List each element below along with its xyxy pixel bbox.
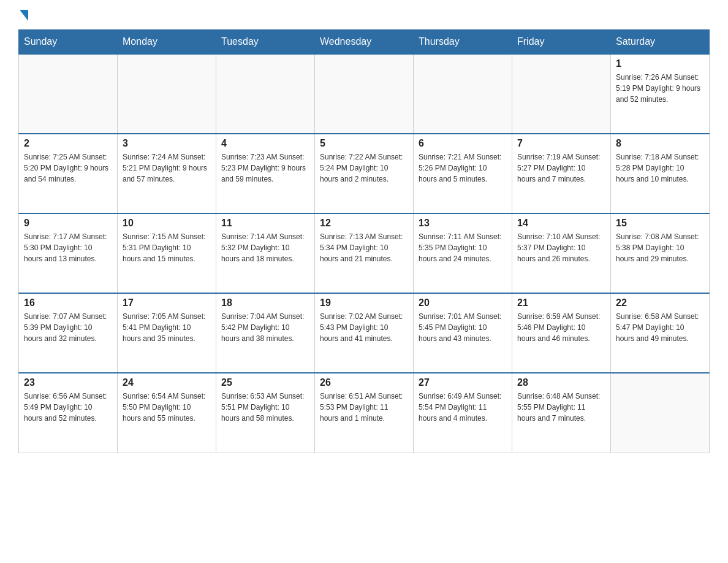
calendar-cell: 11Sunrise: 7:14 AM Sunset: 5:32 PM Dayli… [216, 213, 315, 293]
day-info: Sunrise: 7:08 AM Sunset: 5:38 PM Dayligh… [616, 231, 704, 264]
day-info: Sunrise: 7:01 AM Sunset: 5:45 PM Dayligh… [419, 311, 507, 344]
day-info: Sunrise: 7:22 AM Sunset: 5:24 PM Dayligh… [320, 151, 408, 185]
day-number: 27 [419, 377, 507, 388]
calendar-cell [315, 54, 414, 134]
calendar-week-row: 23Sunrise: 6:56 AM Sunset: 5:49 PM Dayli… [19, 373, 710, 453]
day-info: Sunrise: 7:26 AM Sunset: 5:19 PM Dayligh… [616, 72, 704, 105]
calendar-cell: 10Sunrise: 7:15 AM Sunset: 5:31 PM Dayli… [118, 213, 216, 293]
day-number: 1 [616, 58, 704, 69]
day-info: Sunrise: 6:49 AM Sunset: 5:54 PM Dayligh… [419, 391, 507, 424]
day-number: 18 [221, 297, 309, 308]
day-number: 3 [123, 138, 211, 149]
day-of-week-header: Saturday [611, 30, 710, 55]
day-number: 11 [221, 218, 309, 229]
day-of-week-header: Wednesday [315, 30, 414, 55]
day-info: Sunrise: 7:17 AM Sunset: 5:30 PM Dayligh… [24, 231, 112, 264]
day-info: Sunrise: 6:51 AM Sunset: 5:53 PM Dayligh… [320, 391, 408, 424]
calendar-cell: 19Sunrise: 7:02 AM Sunset: 5:43 PM Dayli… [315, 293, 414, 373]
day-number: 9 [24, 218, 112, 229]
day-info: Sunrise: 7:11 AM Sunset: 5:35 PM Dayligh… [419, 231, 507, 264]
day-number: 6 [419, 138, 507, 149]
day-info: Sunrise: 6:58 AM Sunset: 5:47 PM Dayligh… [616, 311, 704, 344]
day-number: 10 [123, 218, 211, 229]
day-info: Sunrise: 7:10 AM Sunset: 5:37 PM Dayligh… [517, 231, 605, 264]
day-info: Sunrise: 6:53 AM Sunset: 5:51 PM Dayligh… [221, 391, 309, 424]
day-info: Sunrise: 6:56 AM Sunset: 5:49 PM Dayligh… [24, 391, 112, 424]
calendar-cell: 17Sunrise: 7:05 AM Sunset: 5:41 PM Dayli… [118, 293, 216, 373]
calendar-cell [216, 54, 315, 134]
day-info: Sunrise: 7:02 AM Sunset: 5:43 PM Dayligh… [320, 311, 408, 344]
day-number: 26 [320, 377, 408, 388]
calendar-cell: 18Sunrise: 7:04 AM Sunset: 5:42 PM Dayli… [216, 293, 315, 373]
day-number: 14 [517, 218, 605, 229]
calendar-cell: 14Sunrise: 7:10 AM Sunset: 5:37 PM Dayli… [512, 213, 611, 293]
calendar-cell: 20Sunrise: 7:01 AM Sunset: 5:45 PM Dayli… [414, 293, 512, 373]
day-info: Sunrise: 7:18 AM Sunset: 5:28 PM Dayligh… [616, 151, 704, 185]
day-info: Sunrise: 7:24 AM Sunset: 5:21 PM Dayligh… [123, 151, 211, 185]
calendar-week-row: 9Sunrise: 7:17 AM Sunset: 5:30 PM Daylig… [19, 213, 710, 293]
calendar-cell: 8Sunrise: 7:18 AM Sunset: 5:28 PM Daylig… [611, 134, 710, 213]
calendar-cell: 7Sunrise: 7:19 AM Sunset: 5:27 PM Daylig… [512, 134, 611, 213]
day-number: 20 [419, 297, 507, 308]
day-number: 19 [320, 297, 408, 308]
logo-triangle-icon [20, 10, 28, 21]
calendar-cell: 22Sunrise: 6:58 AM Sunset: 5:47 PM Dayli… [611, 293, 710, 373]
calendar-cell [414, 54, 512, 134]
day-info: Sunrise: 7:25 AM Sunset: 5:20 PM Dayligh… [24, 151, 112, 185]
calendar-table: SundayMondayTuesdayWednesdayThursdayFrid… [18, 29, 710, 453]
calendar-cell: 1Sunrise: 7:26 AM Sunset: 5:19 PM Daylig… [611, 54, 710, 134]
calendar-week-row: 16Sunrise: 7:07 AM Sunset: 5:39 PM Dayli… [19, 293, 710, 373]
calendar-cell: 2Sunrise: 7:25 AM Sunset: 5:20 PM Daylig… [19, 134, 118, 213]
day-info: Sunrise: 7:23 AM Sunset: 5:23 PM Dayligh… [221, 151, 309, 185]
day-number: 25 [221, 377, 309, 388]
calendar-cell [611, 373, 710, 453]
calendar-cell: 27Sunrise: 6:49 AM Sunset: 5:54 PM Dayli… [414, 373, 512, 453]
day-number: 22 [616, 297, 704, 308]
calendar-cell [512, 54, 611, 134]
logo [18, 12, 28, 23]
day-info: Sunrise: 7:19 AM Sunset: 5:27 PM Dayligh… [517, 151, 605, 185]
day-info: Sunrise: 7:21 AM Sunset: 5:26 PM Dayligh… [419, 151, 507, 185]
day-info: Sunrise: 6:48 AM Sunset: 5:55 PM Dayligh… [517, 391, 605, 424]
day-number: 8 [616, 138, 704, 149]
calendar-week-row: 2Sunrise: 7:25 AM Sunset: 5:20 PM Daylig… [19, 134, 710, 213]
calendar-cell: 26Sunrise: 6:51 AM Sunset: 5:53 PM Dayli… [315, 373, 414, 453]
day-info: Sunrise: 7:05 AM Sunset: 5:41 PM Dayligh… [123, 311, 211, 344]
calendar-cell: 28Sunrise: 6:48 AM Sunset: 5:55 PM Dayli… [512, 373, 611, 453]
day-of-week-header: Sunday [19, 30, 118, 55]
calendar-cell: 24Sunrise: 6:54 AM Sunset: 5:50 PM Dayli… [118, 373, 216, 453]
calendar-cell: 21Sunrise: 6:59 AM Sunset: 5:46 PM Dayli… [512, 293, 611, 373]
page-header [18, 12, 710, 23]
day-number: 23 [24, 377, 112, 388]
calendar-cell [19, 54, 118, 134]
calendar-cell: 13Sunrise: 7:11 AM Sunset: 5:35 PM Dayli… [414, 213, 512, 293]
day-info: Sunrise: 7:07 AM Sunset: 5:39 PM Dayligh… [24, 311, 112, 344]
calendar-cell: 3Sunrise: 7:24 AM Sunset: 5:21 PM Daylig… [118, 134, 216, 213]
day-of-week-header: Tuesday [216, 30, 315, 55]
day-number: 17 [123, 297, 211, 308]
calendar-cell: 5Sunrise: 7:22 AM Sunset: 5:24 PM Daylig… [315, 134, 414, 213]
day-info: Sunrise: 6:54 AM Sunset: 5:50 PM Dayligh… [123, 391, 211, 424]
calendar-cell: 25Sunrise: 6:53 AM Sunset: 5:51 PM Dayli… [216, 373, 315, 453]
day-number: 4 [221, 138, 309, 149]
calendar-cell: 4Sunrise: 7:23 AM Sunset: 5:23 PM Daylig… [216, 134, 315, 213]
day-info: Sunrise: 7:15 AM Sunset: 5:31 PM Dayligh… [123, 231, 211, 264]
calendar-cell [118, 54, 216, 134]
day-number: 24 [123, 377, 211, 388]
calendar-cell: 9Sunrise: 7:17 AM Sunset: 5:30 PM Daylig… [19, 213, 118, 293]
calendar-cell: 12Sunrise: 7:13 AM Sunset: 5:34 PM Dayli… [315, 213, 414, 293]
day-of-week-header: Thursday [414, 30, 512, 55]
calendar-week-row: 1Sunrise: 7:26 AM Sunset: 5:19 PM Daylig… [19, 54, 710, 134]
day-number: 12 [320, 218, 408, 229]
day-number: 21 [517, 297, 605, 308]
day-number: 7 [517, 138, 605, 149]
day-of-week-header: Friday [512, 30, 611, 55]
day-number: 28 [517, 377, 605, 388]
calendar-cell: 23Sunrise: 6:56 AM Sunset: 5:49 PM Dayli… [19, 373, 118, 453]
day-number: 13 [419, 218, 507, 229]
day-info: Sunrise: 6:59 AM Sunset: 5:46 PM Dayligh… [517, 311, 605, 344]
day-info: Sunrise: 7:04 AM Sunset: 5:42 PM Dayligh… [221, 311, 309, 344]
calendar-cell: 15Sunrise: 7:08 AM Sunset: 5:38 PM Dayli… [611, 213, 710, 293]
calendar-cell: 6Sunrise: 7:21 AM Sunset: 5:26 PM Daylig… [414, 134, 512, 213]
day-number: 15 [616, 218, 704, 229]
